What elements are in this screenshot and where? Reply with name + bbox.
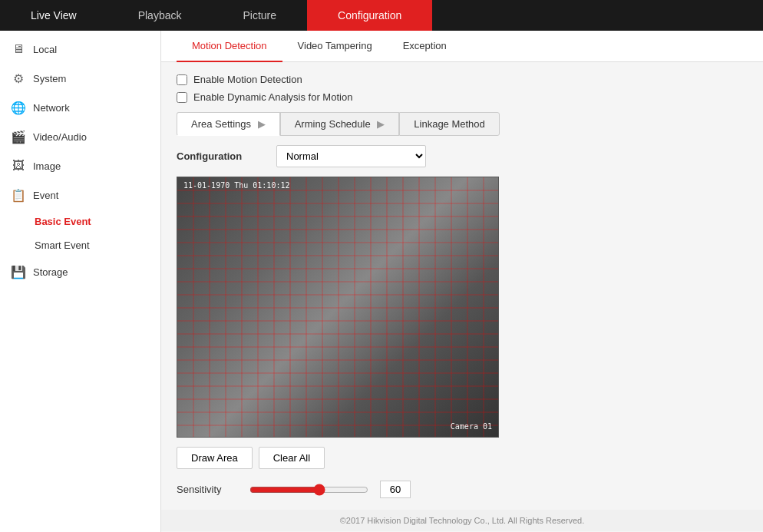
configuration-label: Configuration <box>177 150 269 162</box>
sidebar-item-smart-event[interactable]: Smart Event <box>0 233 160 257</box>
enable-motion-label: Enable Motion Detection <box>193 74 302 85</box>
draw-area-button[interactable]: Draw Area <box>177 447 253 469</box>
nav-configuration[interactable]: Configuration <box>307 0 432 31</box>
motion-grid-container: 11-01-1970 Thu 01:10:12 Camera 01 <box>177 177 499 438</box>
sensitivity-row: Sensitivity <box>177 481 748 498</box>
arming-schedule-label: Arming Schedule <box>295 118 371 130</box>
sidebar-item-system[interactable]: ⚙ System <box>0 64 160 93</box>
sidebar-item-event[interactable]: 📋 Event <box>0 180 160 210</box>
clear-all-button[interactable]: Clear All <box>259 447 325 469</box>
area-tabs: Area Settings ▶ Arming Schedule ▶ Linkag… <box>177 112 748 136</box>
camera-timestamp: 11-01-1970 Thu 01:10:12 <box>183 181 289 190</box>
sidebar-item-image[interactable]: 🖼 Image <box>0 151 160 180</box>
sidebar-item-video-audio[interactable]: 🎬 Video/Audio <box>0 122 160 151</box>
configuration-select[interactable]: Normal Expert <box>276 145 426 167</box>
sidebar-item-network[interactable]: 🌐 Network <box>0 93 160 122</box>
sidebar-label-basic-event: Basic Event <box>35 216 91 227</box>
network-icon: 🌐 <box>12 101 25 114</box>
sensitivity-label: Sensitivity <box>177 484 238 495</box>
enable-motion-checkbox[interactable] <box>177 74 187 85</box>
sidebar-label-system: System <box>33 73 66 84</box>
gear-icon: ⚙ <box>12 71 25 85</box>
enable-dynamic-analysis-checkbox[interactable] <box>177 92 187 103</box>
sub-tabs: Motion Detection Video Tampering Excepti… <box>161 31 763 62</box>
sidebar-label-storage: Storage <box>33 266 68 278</box>
motion-detection-panel: Enable Motion Detection Enable Dynamic A… <box>161 62 763 510</box>
sidebar: 🖥 Local ⚙ System 🌐 Network 🎬 Video/Audio… <box>0 31 161 532</box>
footer: ©2017 Hikvision Digital Technology Co., … <box>161 510 763 531</box>
motion-grid-overlay[interactable] <box>177 177 498 437</box>
footer-text: ©2017 Hikvision Digital Technology Co., … <box>340 516 585 525</box>
tab-exception[interactable]: Exception <box>388 31 462 62</box>
main-content: Motion Detection Video Tampering Excepti… <box>161 31 763 532</box>
sidebar-item-local[interactable]: 🖥 Local <box>0 35 160 64</box>
sensitivity-value-input[interactable] <box>380 481 411 498</box>
enable-motion-row: Enable Motion Detection <box>177 74 748 85</box>
monitor-icon: 🖥 <box>12 42 25 56</box>
sidebar-label-local: Local <box>33 44 57 55</box>
video-icon: 🎬 <box>12 130 25 144</box>
tab-video-tampering[interactable]: Video Tampering <box>282 31 388 62</box>
sidebar-label-event: Event <box>33 190 58 201</box>
storage-icon: 💾 <box>12 265 25 279</box>
sidebar-item-basic-event[interactable]: Basic Event <box>0 210 160 233</box>
tab-motion-detection[interactable]: Motion Detection <box>177 31 282 62</box>
arming-schedule-arrow: ▶ <box>377 118 385 130</box>
sidebar-label-smart-event: Smart Event <box>35 240 90 251</box>
image-icon: 🖼 <box>12 159 25 173</box>
enable-dynamic-analysis-row: Enable Dynamic Analysis for Motion <box>177 91 748 103</box>
sidebar-label-image: Image <box>33 160 61 172</box>
nav-picture[interactable]: Picture <box>212 0 307 31</box>
buttons-row: Draw Area Clear All <box>177 447 748 469</box>
enable-dynamic-analysis-label: Enable Dynamic Analysis for Motion <box>193 91 352 103</box>
nav-playback[interactable]: Playback <box>107 0 213 31</box>
area-settings-label: Area Settings <box>191 118 251 130</box>
tab-linkage-method[interactable]: Linkage Method <box>399 112 500 136</box>
event-icon: 📋 <box>12 188 25 202</box>
sidebar-label-network: Network <box>33 102 70 114</box>
sensitivity-slider[interactable] <box>249 484 368 496</box>
configuration-row: Configuration Normal Expert <box>177 145 748 167</box>
tab-area-settings[interactable]: Area Settings ▶ <box>177 112 280 136</box>
camera-id-label: Camera 01 <box>451 422 492 431</box>
tab-arming-schedule[interactable]: Arming Schedule ▶ <box>280 112 400 136</box>
top-navigation: Live View Playback Picture Configuration <box>0 0 763 31</box>
sidebar-item-storage[interactable]: 💾 Storage <box>0 257 160 286</box>
area-settings-arrow: ▶ <box>258 118 266 130</box>
nav-live-view[interactable]: Live View <box>0 0 107 31</box>
main-layout: 🖥 Local ⚙ System 🌐 Network 🎬 Video/Audio… <box>0 31 763 532</box>
linkage-method-label: Linkage Method <box>414 118 485 130</box>
sidebar-label-video-audio: Video/Audio <box>33 131 87 143</box>
